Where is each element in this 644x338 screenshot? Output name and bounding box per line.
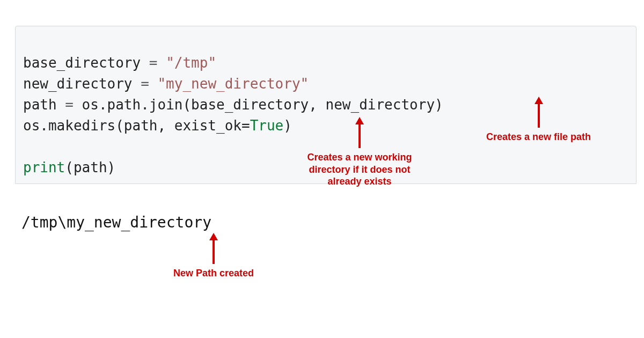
arrow-up-icon bbox=[209, 233, 218, 240]
code-token: "my_new_directory" bbox=[157, 76, 309, 92]
arrow-shaft bbox=[213, 240, 215, 264]
code-token: os.path.join(base_directory, new_directo… bbox=[82, 97, 443, 113]
code-token: base_directory bbox=[23, 55, 141, 71]
code-blank-line bbox=[23, 138, 32, 155]
output-text: /tmp\my_new_directory bbox=[21, 214, 211, 231]
code-token: = bbox=[141, 55, 166, 71]
code-token: = bbox=[133, 76, 158, 92]
arrow-up-icon bbox=[535, 97, 543, 104]
code-token: = bbox=[57, 97, 82, 113]
arrow-shaft bbox=[358, 124, 361, 148]
code-token: (path) bbox=[65, 159, 115, 175]
code-token: path bbox=[23, 97, 57, 113]
code-token: new_directory bbox=[23, 76, 133, 92]
code-token: os.makedirs(path, exist_ok= bbox=[23, 117, 250, 134]
code-token: ) bbox=[283, 117, 292, 134]
code-token: True bbox=[250, 117, 284, 134]
code-token: "/tmp" bbox=[166, 55, 216, 71]
annotation-label: Creates a new working directory if it do… bbox=[301, 151, 419, 188]
annotation-label: New Path created bbox=[173, 267, 254, 280]
arrow-up-icon bbox=[355, 117, 364, 124]
annotation-label: Creates a new file path bbox=[486, 131, 591, 143]
annotation-join: Creates a new file path bbox=[486, 97, 591, 143]
code-token: print bbox=[23, 159, 65, 175]
arrow-shaft bbox=[538, 104, 540, 128]
annotation-makedirs: Creates a new working directory if it do… bbox=[301, 117, 419, 188]
annotation-newpath: New Path created bbox=[173, 233, 254, 280]
